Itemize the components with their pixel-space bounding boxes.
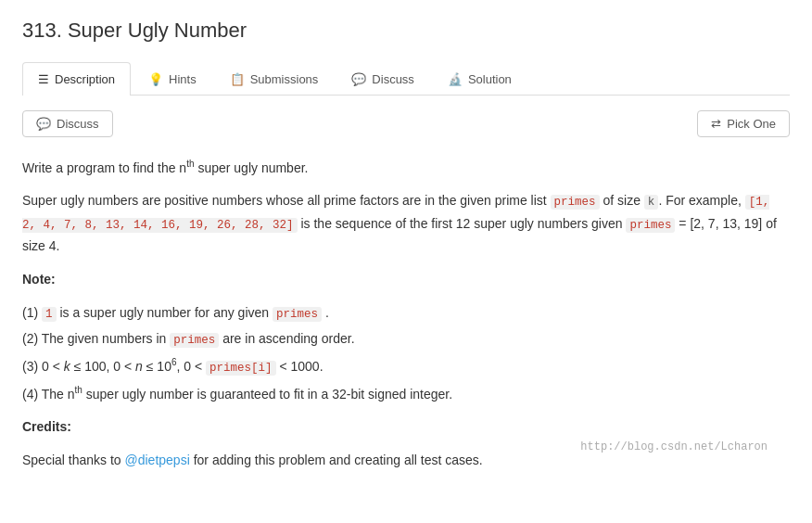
tab-hints[interactable]: 💡 Hints [133, 62, 212, 96]
intro-paragraph: Write a program to find the nth super ug… [22, 156, 790, 179]
content-area: Write a program to find the nth super ug… [22, 156, 790, 472]
description-paragraph: Super ugly numbers are positive numbers … [22, 190, 790, 257]
note-2-text: (2) The given numbers in [22, 331, 170, 346]
desc-start: Super ugly numbers are positive numbers … [22, 193, 551, 208]
desc-eq: = [2, 7, 13, 19] [675, 216, 762, 231]
note-label: Note: [22, 269, 790, 291]
tab-discuss-label: Discuss [372, 72, 414, 86]
solution-icon: 🔬 [448, 72, 463, 86]
note-1: (1) 1 is a super ugly number for any giv… [22, 302, 790, 325]
desc-cont: is the sequence of the first 12 super ug… [298, 216, 627, 231]
credits-label: Credits: [22, 416, 790, 439]
pick-one-icon: ⇄ [711, 117, 721, 131]
submissions-icon: 📋 [230, 72, 245, 86]
desc-mid: of size [600, 193, 644, 208]
pick-one-label: Pick One [727, 117, 776, 131]
tab-discuss[interactable]: 💬 Discuss [336, 62, 430, 96]
note-1-dot: . [322, 305, 329, 320]
intro-sup: th [186, 159, 194, 169]
toolbar-row: 💬 Discuss ⇄ Pick One [22, 110, 790, 137]
tab-solution-label: Solution [468, 72, 512, 86]
note-1-code: 1 [42, 307, 57, 322]
note-4-text: (4) The nth super ugly number is guarant… [22, 387, 452, 402]
tab-submissions[interactable]: 📋 Submissions [214, 62, 335, 96]
k-code: k [644, 195, 659, 210]
note-3: (3) 0 < k ≤ 100, 0 < n ≤ 106, 0 < primes… [22, 354, 790, 378]
watermark: http://blog.csdn.net/Lcharon [580, 440, 768, 453]
note-1-rest: is a super ugly number for any given [57, 305, 273, 320]
primes-code-2: primes [626, 218, 675, 233]
note-2-rest: are in ascending order. [219, 331, 354, 346]
tab-description[interactable]: ☰ Description [22, 62, 131, 96]
note-2-primes: primes [170, 333, 219, 348]
note-3-n: n [135, 359, 143, 374]
discuss-btn-label: Discuss [57, 117, 99, 131]
desc-mid2: . For example, [658, 193, 744, 208]
note-section: Note: (1) 1 is a super ugly number for a… [22, 269, 790, 406]
credits-link[interactable]: @dietpepsi [125, 453, 190, 467]
intro-end: super ugly number. [195, 160, 309, 175]
tab-solution[interactable]: 🔬 Solution [432, 62, 527, 96]
discuss-tab-icon: 💬 [351, 72, 366, 86]
credits-start: Special thanks to [22, 453, 125, 467]
tab-description-label: Description [55, 72, 115, 86]
note-3-k: k [64, 359, 70, 374]
discuss-button[interactable]: 💬 Discuss [22, 110, 113, 137]
hints-icon: 💡 [148, 72, 163, 86]
intro-text: Write a program to find the n [22, 160, 186, 175]
primes-code-1: primes [551, 195, 600, 210]
note-1-primes: primes [273, 307, 322, 322]
note-4: (4) The nth super ugly number is guarant… [22, 382, 790, 405]
page-title: 313. Super Ugly Number [22, 19, 790, 43]
description-icon: ☰ [38, 72, 49, 86]
page-wrapper: 313. Super Ugly Number ☰ Description 💡 H… [22, 19, 790, 472]
tab-submissions-label: Submissions [250, 72, 319, 86]
tabs-bar: ☰ Description 💡 Hints 📋 Submissions 💬 Di… [22, 61, 790, 96]
credits-end: for adding this problem and creating all… [190, 453, 483, 467]
discuss-btn-icon: 💬 [36, 117, 51, 131]
pick-one-button[interactable]: ⇄ Pick One [697, 110, 790, 137]
note-2: (2) The given numbers in primes are in a… [22, 328, 790, 351]
note-1-text: (1) [22, 305, 42, 320]
note-3-text: (3) 0 < [22, 359, 64, 374]
note-3-primes-i: primes[i] [206, 361, 276, 376]
tab-hints-label: Hints [169, 72, 197, 86]
